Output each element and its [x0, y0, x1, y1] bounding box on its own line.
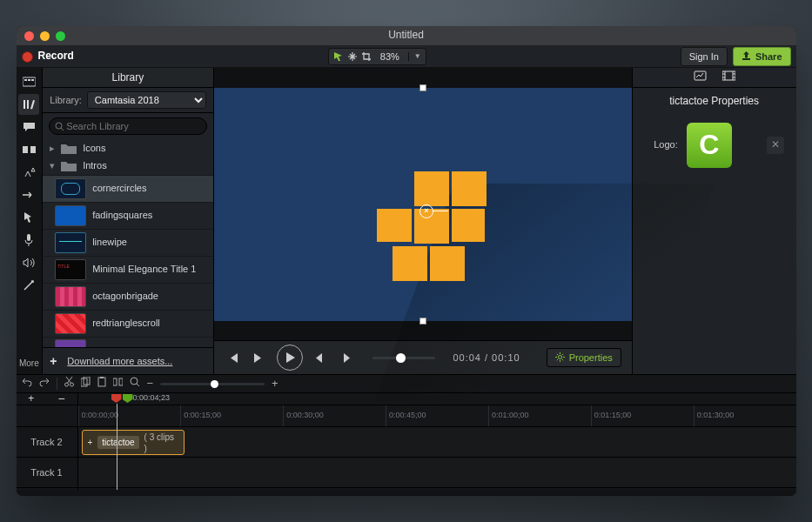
timeline-zoom-in-button[interactable]: +	[272, 377, 278, 392]
step-back-button[interactable]	[312, 349, 329, 366]
timeline-ruler[interactable]: 0:00:00;00 0:00:15;00 0:00:30;00 0:00:45…	[78, 405, 796, 427]
library-item[interactable]	[43, 337, 213, 347]
more-tools-label[interactable]: More	[19, 358, 39, 369]
clear-logo-button[interactable]: ✕	[767, 137, 784, 154]
library-picker: Library: Camtasia 2018	[43, 88, 213, 113]
canvas-area: × 00:04 / 00:10 Properties	[214, 68, 632, 374]
remove-track-button[interactable]: −	[58, 391, 65, 406]
asset-name: linewipe	[92, 236, 127, 248]
library-heading: Library	[43, 68, 213, 88]
library-picker-select[interactable]: Camtasia 2018	[87, 91, 206, 109]
record-label: Record	[38, 50, 74, 64]
next-frame-button[interactable]	[251, 349, 268, 366]
track-lane[interactable]: + tictactoe ( 3 clips )	[78, 427, 796, 458]
asset-thumb	[55, 232, 86, 253]
playhead[interactable]	[111, 394, 143, 404]
svg-rect-18	[119, 378, 123, 385]
timeline-zoom-slider[interactable]	[160, 383, 265, 385]
folder-label: Icons	[83, 142, 105, 154]
add-track-button[interactable]: +	[28, 392, 34, 406]
library-item[interactable]: TITLE Minimal Elegance Title 1	[43, 256, 213, 283]
animations-icon[interactable]	[18, 184, 39, 205]
tile-icon	[393, 246, 427, 281]
audio-effects-icon[interactable]	[18, 252, 39, 273]
library-item[interactable]: linewipe	[43, 229, 213, 256]
scrubber[interactable]	[372, 357, 436, 359]
slider-handle[interactable]	[211, 380, 218, 388]
undo-button[interactable]	[22, 377, 32, 392]
split-button[interactable]	[113, 377, 123, 392]
main-area: More Library Library: Camtasia 2018 ▸ Ic…	[17, 68, 796, 374]
add-asset-button[interactable]: +	[50, 353, 57, 369]
play-button[interactable]	[277, 345, 303, 371]
timeline-scrollbar[interactable]	[17, 490, 796, 496]
library-icon[interactable]	[18, 94, 39, 115]
timeline-clip[interactable]: + tictactoe ( 3 clips )	[82, 430, 185, 455]
redo-button[interactable]	[39, 377, 50, 392]
record-button[interactable]: Record	[22, 50, 74, 64]
tool-sidebar: More	[17, 68, 44, 374]
zoom-dropdown-icon[interactable]: ▼	[408, 52, 421, 61]
rotation-handle[interactable]: ×	[419, 204, 433, 218]
scrubber-handle[interactable]	[396, 353, 406, 363]
clip-detail: ( 3 clips )	[144, 432, 178, 454]
library-search[interactable]	[49, 117, 207, 135]
copy-button[interactable]	[81, 377, 91, 392]
track-header[interactable]: Track 1	[17, 458, 77, 488]
playhead-line[interactable]	[117, 404, 117, 490]
step-fwd-button[interactable]	[338, 349, 355, 366]
chevron-right-icon: ▸	[50, 142, 55, 154]
pointer-tool-icon[interactable]	[333, 51, 344, 62]
pan-tool-icon[interactable]	[347, 51, 358, 62]
top-toolbar: Record 83% ▼ Sign In Share	[17, 46, 796, 68]
behaviors-icon[interactable]	[18, 162, 39, 183]
prev-frame-button[interactable]	[225, 349, 242, 366]
properties-title: tictactoe Properties	[633, 88, 796, 116]
tab-film-icon[interactable]	[722, 70, 735, 85]
preview-canvas[interactable]: ×	[214, 88, 632, 321]
zoom-fit-icon[interactable]	[130, 377, 140, 392]
track-lane[interactable]	[78, 458, 796, 488]
timeline-lanes[interactable]: 0:00:04;23 0:00:00;00 0:00:15;00 0:00:30…	[78, 393, 796, 490]
library-item[interactable]: octagonbrigade	[43, 283, 213, 310]
visual-effects-icon[interactable]	[18, 275, 39, 296]
media-bin-icon[interactable]	[18, 71, 39, 92]
svg-rect-10	[722, 71, 735, 80]
logo-field-label: Logo:	[645, 138, 678, 151]
tab-visual-icon[interactable]	[694, 70, 707, 85]
voice-icon[interactable]	[18, 230, 39, 251]
cut-button[interactable]	[64, 377, 74, 392]
svg-rect-5	[30, 146, 36, 153]
clip-expand-icon[interactable]: +	[88, 437, 93, 448]
library-search-input[interactable]	[64, 120, 201, 132]
library-item[interactable]: redtrianglescroll	[43, 310, 213, 337]
transitions-icon[interactable]	[18, 139, 39, 160]
annotations-icon[interactable]	[18, 117, 39, 137]
share-button[interactable]: Share	[733, 47, 791, 66]
asset-name: cornercircles	[92, 182, 146, 194]
svg-rect-4	[23, 146, 28, 153]
library-folder[interactable]: ▾ Intros	[43, 157, 213, 174]
crop-tool-icon[interactable]	[361, 51, 372, 62]
zoom-level[interactable]: 83%	[375, 50, 405, 63]
asset-name: fadingsquares	[92, 209, 152, 221]
paste-button[interactable]	[97, 377, 106, 392]
library-picker-label: Library:	[50, 94, 82, 106]
tile-icon	[430, 246, 465, 281]
properties-tabs	[633, 68, 796, 88]
library-item[interactable]: fadingsquares	[43, 202, 213, 229]
cursor-effects-icon[interactable]	[18, 207, 39, 228]
svg-rect-16	[100, 377, 104, 378]
track-header[interactable]: Track 2	[17, 427, 77, 458]
folder-icon	[61, 160, 77, 171]
library-folder[interactable]: ▸ Icons	[43, 139, 213, 157]
share-icon	[742, 51, 751, 61]
sign-in-button[interactable]: Sign In	[681, 47, 728, 66]
timeline-zoom-out-button[interactable]: −	[147, 377, 154, 392]
logo-preview[interactable]: C	[687, 123, 732, 168]
tile-icon	[452, 171, 487, 206]
library-item[interactable]: cornercircles	[43, 175, 213, 202]
svg-rect-3	[31, 79, 34, 81]
window-title: Untitled	[17, 29, 796, 43]
download-assets-link[interactable]: Download more assets...	[67, 355, 172, 367]
